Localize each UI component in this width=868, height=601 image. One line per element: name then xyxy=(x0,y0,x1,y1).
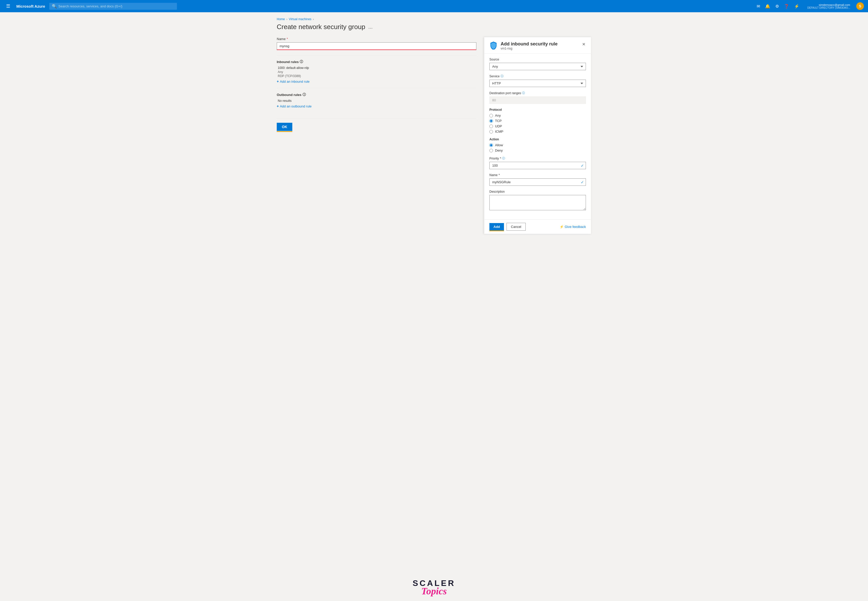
action-deny[interactable]: Deny xyxy=(489,148,586,153)
source-field: Source Any xyxy=(489,58,586,70)
user-directory: DEFAULT DIRECTORY (SIMDEMO... xyxy=(807,6,850,9)
priority-check-icon: ✓ xyxy=(581,163,584,168)
page-title: Create network security group xyxy=(277,23,365,31)
service-info-icon[interactable]: ⓘ xyxy=(501,74,503,78)
description-label: Description xyxy=(489,190,586,194)
dest-port-input[interactable] xyxy=(489,96,586,104)
rule-name-required: * xyxy=(498,173,500,177)
rule-name-field: Name * ✓ xyxy=(489,173,586,186)
add-inbound-plus-icon: + xyxy=(277,79,279,84)
protocol-udp-radio[interactable] xyxy=(489,125,493,128)
breadcrumb-vms[interactable]: Virtual machines xyxy=(289,17,312,21)
protocol-udp[interactable]: UDP xyxy=(489,124,586,128)
protocol-icmp[interactable]: ICMP xyxy=(489,130,586,133)
protocol-tcp-radio[interactable] xyxy=(489,119,493,123)
add-inbound-rule-link[interactable]: + Add an inbound rule xyxy=(277,79,476,84)
action-allow-radio[interactable] xyxy=(489,143,493,147)
ok-button[interactable]: OK xyxy=(277,123,292,131)
service-label: Service ⓘ xyxy=(489,74,586,78)
action-allow[interactable]: Allow xyxy=(489,143,586,147)
dest-port-label: Destination port ranges ⓘ xyxy=(489,91,586,95)
description-input[interactable] xyxy=(489,195,586,210)
breadcrumb-home[interactable]: Home xyxy=(277,17,285,21)
hamburger-icon[interactable]: ☰ xyxy=(4,2,12,10)
page-title-row: Create network security group ... xyxy=(277,23,591,31)
search-input[interactable] xyxy=(58,5,174,8)
notification-icon[interactable]: 🔔 xyxy=(763,2,772,10)
protocol-any-radio[interactable] xyxy=(489,114,493,117)
name-required: * xyxy=(287,37,288,41)
settings-icon[interactable]: ⚙ xyxy=(773,2,781,10)
priority-info-icon[interactable]: ⓘ xyxy=(502,156,505,160)
avatar[interactable]: S xyxy=(856,2,864,10)
dest-port-info-icon[interactable]: ⓘ xyxy=(522,91,525,95)
priority-required: * xyxy=(500,157,501,160)
content-layout: Name * Inbound rules ⓘ 1000: default-all… xyxy=(277,37,591,234)
cancel-button[interactable]: Cancel xyxy=(506,223,526,231)
page-options-icon[interactable]: ... xyxy=(368,24,373,30)
search-bar[interactable]: 🔍 xyxy=(49,3,177,10)
name-input[interactable] xyxy=(277,42,476,50)
panel-footer: Add Cancel ⚡ Give feedback xyxy=(484,220,591,234)
priority-field: Priority * ⓘ ✓ xyxy=(489,156,586,169)
give-feedback-link[interactable]: ⚡ Give feedback xyxy=(559,225,586,229)
inbound-rule-1: 1000: default-allow-rdp xyxy=(277,66,476,70)
add-outbound-plus-icon: + xyxy=(277,104,279,108)
service-select[interactable]: HTTP xyxy=(489,79,586,87)
dest-port-field: Destination port ranges ⓘ xyxy=(489,91,586,104)
user-info: simdemoacc@gmail.com DEFAULT DIRECTORY (… xyxy=(807,3,850,9)
breadcrumb: Home › Virtual machines › xyxy=(277,17,591,21)
inbound-rule-2-sub1: Any xyxy=(277,70,476,74)
panel-title-block: Add inbound security rule vm1-nsg xyxy=(501,41,579,50)
protocol-icmp-radio[interactable] xyxy=(489,130,493,133)
name-field-section: Name * xyxy=(277,37,476,50)
add-button[interactable]: Add xyxy=(489,223,504,230)
feedback-nav-icon[interactable]: ⚡ xyxy=(792,2,801,10)
rule-name-check-icon: ✓ xyxy=(581,180,584,184)
protocol-any[interactable]: Any xyxy=(489,114,586,117)
priority-input-wrapper: ✓ xyxy=(489,162,586,169)
source-select[interactable]: Any xyxy=(489,63,586,70)
outbound-rules-section: Outbound rules ⓘ No results + Add an out… xyxy=(277,92,476,108)
inbound-rule-2-sub2: RDP (TCP/3389) xyxy=(277,74,476,78)
rule-name-label: Name * xyxy=(489,173,586,177)
user-email: simdemoacc@gmail.com xyxy=(819,3,850,6)
service-field: Service ⓘ HTTP xyxy=(489,74,586,87)
action-radio-group: Allow Deny xyxy=(489,143,586,153)
action-deny-radio[interactable] xyxy=(489,149,493,153)
left-panel: Name * Inbound rules ⓘ 1000: default-all… xyxy=(277,37,484,234)
protocol-label: Protocol xyxy=(489,108,586,111)
rule-name-input-wrapper: ✓ xyxy=(489,178,586,186)
outbound-info-icon[interactable]: ⓘ xyxy=(303,92,306,97)
panel-header: Add inbound security rule vm1-nsg ✕ xyxy=(484,37,591,53)
breadcrumb-sep-2: › xyxy=(313,18,314,21)
scaler-logo: SCALER Topics xyxy=(413,579,455,596)
navbar: ☰ Microsoft Azure 🔍 ✉ 🔔 ⚙ ❓ ⚡ simdemoacc… xyxy=(0,0,868,12)
feedback-icon: ⚡ xyxy=(559,225,564,229)
priority-input[interactable] xyxy=(489,162,586,169)
name-label: Name * xyxy=(277,37,476,41)
panel-content: Source Any Service ⓘ HTTP xyxy=(484,53,591,220)
mail-icon[interactable]: ✉ xyxy=(755,2,762,10)
scaler-section: SCALER Topics xyxy=(270,569,598,601)
inbound-info-icon[interactable]: ⓘ xyxy=(300,59,303,64)
help-icon[interactable]: ❓ xyxy=(782,2,791,10)
add-outbound-rule-link[interactable]: + Add an outbound rule xyxy=(277,104,476,108)
panel-subtitle: vm1-nsg xyxy=(501,47,579,50)
breadcrumb-sep-1: › xyxy=(286,18,287,21)
protocol-tcp[interactable]: TCP xyxy=(489,119,586,123)
panel-close-icon[interactable]: ✕ xyxy=(582,41,586,47)
navbar-icons: ✉ 🔔 ⚙ ❓ ⚡ xyxy=(755,2,801,10)
search-icon: 🔍 xyxy=(52,4,57,9)
add-inbound-rule-panel: Add inbound security rule vm1-nsg ✕ Sour… xyxy=(484,37,591,234)
main-content: Home › Virtual machines › Create network… xyxy=(270,12,598,569)
rule-name-input[interactable] xyxy=(489,178,586,186)
brand-logo: Microsoft Azure xyxy=(16,4,45,8)
description-field: Description xyxy=(489,190,586,211)
panel-title: Add inbound security rule xyxy=(501,41,579,47)
outbound-rules-header: Outbound rules ⓘ xyxy=(277,92,476,97)
priority-label: Priority * ⓘ xyxy=(489,156,586,160)
action-label: Action xyxy=(489,137,586,141)
inbound-rules-section: Inbound rules ⓘ 1000: default-allow-rdp … xyxy=(277,59,476,84)
shield-icon xyxy=(489,41,498,49)
